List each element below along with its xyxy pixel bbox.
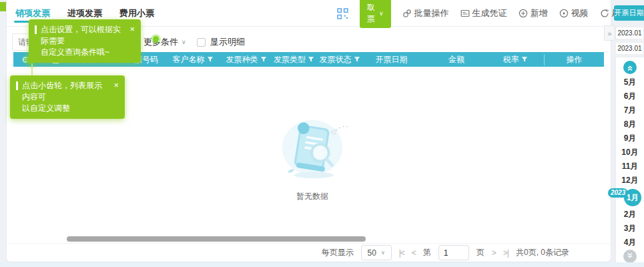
guide-connector-line — [31, 63, 33, 75]
month-list: 5月6月7月8月9月10月11月12月1月20232月3月4月 — [616, 75, 644, 250]
first-page-button[interactable]: |< — [399, 248, 404, 258]
year-badge: 2023 — [608, 188, 628, 198]
video-button[interactable]: 视频 — [559, 7, 589, 19]
add-button[interactable]: 新增 — [519, 7, 548, 19]
page-prefix-label: 第 — [423, 247, 431, 258]
records-summary: 共0页, 0条记录 — [516, 247, 569, 258]
settings-guide-tooltip: 点击设置，可以根据实际需要 自定义查询条件哦~ × — [29, 19, 141, 63]
page-number-input[interactable] — [438, 245, 469, 260]
prev-page-button[interactable]: < — [412, 248, 416, 258]
batch-operations-button[interactable]: 批量操作 — [402, 7, 449, 19]
no-data-illustration — [273, 112, 352, 184]
month-item[interactable]: 10月 — [616, 146, 644, 160]
column-header-9[interactable]: 操作 — [544, 54, 604, 65]
tooltip-line2: 以自定义调整 — [22, 103, 70, 113]
column-header-2[interactable]: 客户名称 — [166, 54, 220, 65]
refresh-icon — [600, 9, 609, 18]
scroll-down-button[interactable] — [623, 250, 637, 263]
last-page-button[interactable]: >| — [503, 248, 509, 258]
filter-icon[interactable] — [207, 56, 214, 63]
month-item[interactable]: 9月 — [616, 131, 644, 146]
horizontal-scrollbar[interactable] — [67, 236, 366, 242]
column-header-8[interactable]: 税率 — [494, 54, 537, 65]
filter-icon[interactable] — [521, 56, 528, 63]
generate-voucher-button[interactable]: 生成凭证 — [460, 7, 507, 19]
play-circle-icon — [559, 9, 569, 18]
month-item[interactable]: 2月 — [616, 208, 644, 222]
month-item[interactable]: 11月 — [616, 160, 644, 174]
tooltip-bar — [16, 81, 18, 90]
get-invoice-button[interactable]: 取票 ∨ — [360, 0, 391, 28]
page-suffix-label: 页 — [476, 247, 485, 258]
column-header-3[interactable]: 发票种类 — [220, 54, 272, 65]
scroll-up-button[interactable] — [623, 61, 637, 74]
month-item[interactable]: 5月 — [616, 75, 644, 89]
date-from-field[interactable]: 2023.01 — [615, 27, 644, 39]
toolbar: 取票 ∨ 批量操作 生成凭证 — [337, 0, 629, 27]
close-icon[interactable]: × — [129, 24, 135, 58]
close-icon[interactable]: × — [113, 80, 119, 114]
tooltip-line1: 点击小齿轮，列表展示内容可 — [22, 81, 102, 101]
month-item[interactable]: 6月 — [616, 89, 644, 103]
chevron-down-icon: ∨ — [379, 11, 384, 17]
per-page-label: 每页显示 — [322, 247, 354, 258]
empty-state: 暂无数据 — [259, 112, 366, 202]
invoice-page: 销项发票 进项发票 费用小票 取票 ∨ — [0, 0, 644, 267]
date-to-field[interactable]: 2023.01 — [615, 42, 644, 55]
show-detail-toggle[interactable]: 显示明细 — [197, 33, 245, 51]
gears-icon — [402, 9, 412, 18]
pagination-bar: 每页显示 50 ∨ |< < 第 页 > >| 共0页, 0条记录 — [7, 243, 611, 262]
get-invoice-label: 取票 — [367, 2, 375, 25]
next-page-button[interactable]: > — [492, 248, 496, 258]
month-item[interactable]: 7月 — [616, 103, 644, 117]
filter-icon[interactable] — [354, 56, 360, 63]
column-header-7[interactable]: 金额 — [419, 54, 494, 65]
tooltip-line1: 点击设置，可以根据实际需要 — [41, 25, 121, 45]
month-item[interactable]: 8月 — [616, 117, 644, 131]
tooltip-bar — [35, 25, 37, 34]
bottom-strip — [0, 262, 644, 267]
month-sidebar: 5月6月7月8月9月10月11月12月1月20232月3月4月 — [615, 57, 644, 267]
month-item[interactable]: 3月 — [616, 222, 644, 236]
double-chevron-up-icon — [626, 63, 634, 71]
per-page-select[interactable]: 50 ∨ — [361, 245, 392, 260]
double-chevron-down-icon — [626, 252, 634, 260]
chevron-down-icon: ∨ — [182, 39, 186, 45]
tooltip-line2: 自定义查询条件哦~ — [41, 47, 109, 57]
month-item[interactable]: 4月 — [616, 236, 644, 250]
gear-guide-tooltip: 点击小齿轮，列表展示内容可 以自定义调整 × — [10, 75, 125, 119]
column-header-4[interactable]: 发票类型 — [272, 54, 316, 65]
guide-pulse-dot — [153, 36, 159, 42]
qr-scan-icon[interactable] — [337, 8, 348, 19]
column-header-6[interactable]: 开票日期 — [364, 54, 419, 65]
month-item-selected[interactable]: 1月2023 — [624, 189, 641, 206]
voucher-icon — [460, 9, 470, 18]
filter-icon[interactable] — [308, 56, 314, 63]
invoice-date-header[interactable]: 开票日期 — [614, 5, 644, 21]
circle-plus-icon — [519, 9, 528, 18]
chevron-down-icon: ∨ — [381, 250, 385, 256]
empty-text: 暂无数据 — [259, 191, 366, 202]
filter-icon[interactable] — [260, 56, 267, 63]
column-header-5[interactable]: 发票状态 — [316, 54, 364, 65]
collapse-sidebar-button[interactable]: » — [604, 25, 615, 41]
month-item[interactable]: 12月 — [616, 174, 644, 188]
show-detail-checkbox[interactable] — [197, 38, 206, 47]
edge-green-marker — [0, 2, 6, 11]
